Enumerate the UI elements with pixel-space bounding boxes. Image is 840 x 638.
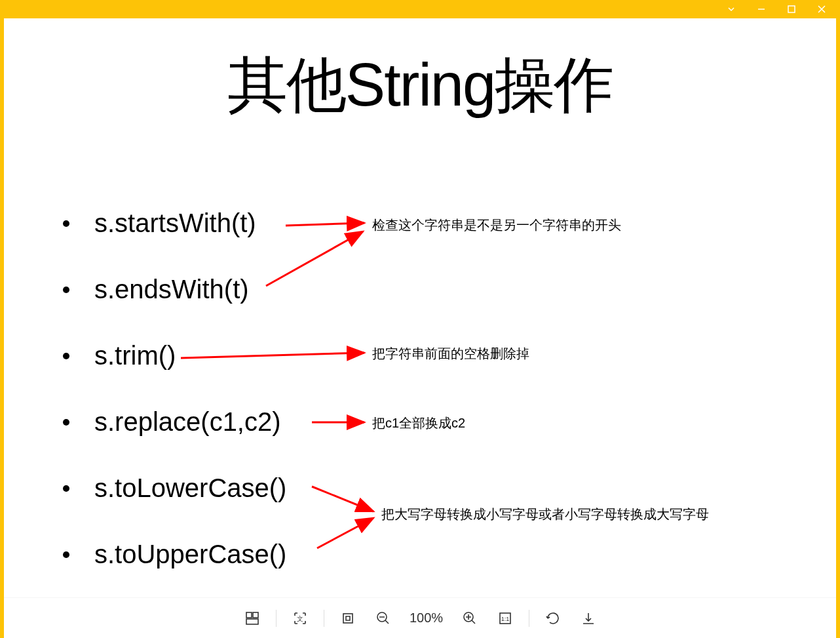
toolbar-separator xyxy=(529,610,529,627)
svg-line-5 xyxy=(312,487,373,511)
minimize-button[interactable] xyxy=(748,0,774,18)
window-edge-right xyxy=(836,18,840,638)
dropdown-button[interactable] xyxy=(718,0,744,18)
list-item: s.replace(c1,c2) xyxy=(63,407,286,437)
annotation-case: 把大写字母转换成小写字母或者小写字母转换成大写字母 xyxy=(381,506,709,523)
svg-line-6 xyxy=(317,518,373,548)
svg-text:文: 文 xyxy=(297,615,303,622)
slide-content: 其他String操作 s.startsWith(t) s.endsWith(t)… xyxy=(4,18,836,597)
bullet-list: s.startsWith(t) s.endsWith(t) s.trim() s… xyxy=(63,209,286,597)
bullet-icon xyxy=(63,287,69,293)
bullet-text: s.toUpperCase() xyxy=(94,540,286,569)
bullet-text: s.toLowerCase() xyxy=(94,473,286,503)
window-titlebar xyxy=(0,0,840,18)
fit-page-button[interactable] xyxy=(336,607,360,630)
bullet-text: s.trim() xyxy=(94,341,176,370)
annotation-replace: 把c1全部换成c2 xyxy=(372,414,465,432)
thumbnails-button[interactable] xyxy=(240,607,264,630)
svg-rect-8 xyxy=(253,612,258,618)
ocr-button[interactable]: 文 xyxy=(288,607,312,630)
download-button[interactable] xyxy=(577,607,600,630)
svg-rect-11 xyxy=(343,614,353,623)
list-item: s.toLowerCase() xyxy=(63,473,286,503)
svg-rect-7 xyxy=(246,612,252,618)
close-button[interactable] xyxy=(809,0,835,18)
svg-text:1:1: 1:1 xyxy=(501,616,509,622)
bullet-icon xyxy=(63,551,69,558)
annotation-starts-ends: 检查这个字符串是不是另一个字符串的开头 xyxy=(372,216,621,234)
bullet-icon xyxy=(63,419,69,426)
toolbar-separator xyxy=(324,610,324,627)
slide-title: 其他String操作 xyxy=(4,45,836,126)
list-item: s.trim() xyxy=(63,341,286,370)
bullet-icon xyxy=(63,485,69,492)
svg-rect-0 xyxy=(788,6,795,12)
svg-rect-9 xyxy=(246,619,258,624)
list-item: s.toUpperCase() xyxy=(63,540,286,569)
annotation-trim: 把字符串前面的空格删除掉 xyxy=(372,345,529,363)
rotate-button[interactable] xyxy=(541,607,565,630)
list-item: s.endsWith(t) xyxy=(63,275,286,304)
bullet-icon xyxy=(63,353,69,359)
actual-size-button[interactable]: 1:1 xyxy=(493,607,517,630)
maximize-button[interactable] xyxy=(778,0,805,18)
zoom-out-button[interactable] xyxy=(372,607,395,630)
toolbar-separator xyxy=(276,610,277,627)
bullet-text: s.replace(c1,c2) xyxy=(94,407,281,437)
zoom-in-button[interactable] xyxy=(458,607,482,630)
svg-line-1 xyxy=(286,223,364,226)
viewer-toolbar: 文 100% 1:1 xyxy=(4,597,836,638)
zoom-level-label[interactable]: 100% xyxy=(407,610,446,626)
list-item: s.startsWith(t) xyxy=(63,209,286,238)
bullet-text: s.endsWith(t) xyxy=(94,275,249,304)
bullet-icon xyxy=(63,220,69,227)
bullet-text: s.startsWith(t) xyxy=(94,209,256,238)
